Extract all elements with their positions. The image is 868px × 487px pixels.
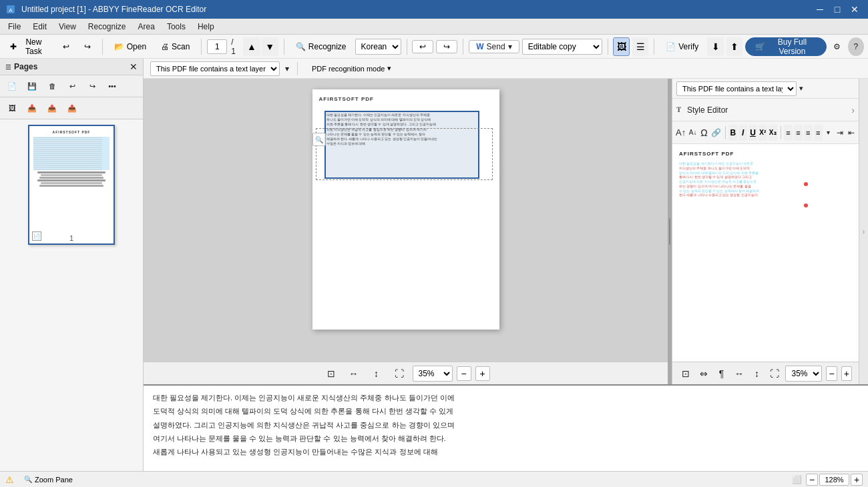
pages-close-button[interactable]: ✕ (130, 61, 138, 72)
right-zoom-select[interactable]: 35% (785, 366, 822, 382)
new-task-button[interactable]: ✚ New Task (4, 37, 54, 56)
image-toolbar-bottom: ⊡ ↔ ↕ ⛶ 35% − + (144, 362, 668, 384)
pdf-notification-select[interactable]: This PDF file contains a text layer (150, 61, 280, 76)
align-right-button[interactable]: ≡ (804, 125, 813, 141)
open-button[interactable]: 📂 Open (108, 37, 152, 56)
page-save-icon[interactable]: 💾 (23, 77, 41, 95)
right-notification-select[interactable]: This PDF file contains a text layer (676, 81, 797, 96)
right-fit-v-icon[interactable]: ↕ (750, 364, 764, 383)
right-zoom-in-button[interactable]: + (841, 366, 852, 381)
align-more-icon[interactable]: ▾ (824, 123, 834, 142)
statusbar-right: ⬜ − + (792, 474, 863, 486)
right-notif-bar: This PDF file contains a text layer ▾ (672, 79, 859, 99)
zoom-value-input[interactable] (819, 474, 849, 486)
zoom-out-button[interactable]: − (806, 474, 818, 486)
page-undo-icon[interactable]: ↩ (63, 77, 81, 95)
font-decrease-icon[interactable]: A↓ (688, 123, 698, 142)
omega-symbol[interactable]: Ω (699, 123, 709, 142)
menubar: File Edit View Recognize Area Tools Help (0, 19, 868, 35)
page-more-icon[interactable]: ••• (103, 77, 122, 95)
image-zoom-in-button[interactable]: + (475, 366, 490, 381)
window-controls[interactable]: ─ □ ✕ (812, 1, 863, 17)
zoom-in-button[interactable]: + (851, 474, 863, 486)
zoom-pane-button[interactable]: 🔍 Zoom Pane (18, 473, 79, 486)
gear-icon[interactable]: ⚙ (829, 37, 845, 56)
page-add-icon[interactable]: 📄 (3, 77, 21, 95)
page-number-label: 1 (29, 233, 114, 244)
page-import-icon[interactable]: 📥 (23, 99, 41, 117)
page-delete-icon[interactable]: 🗑 (43, 77, 61, 95)
menu-tools[interactable]: Tools (162, 21, 191, 33)
recognize-button[interactable]: 🔍 Recognize (290, 37, 353, 56)
indent-increase-icon[interactable]: ⇥ (835, 123, 845, 142)
page-export-icon[interactable]: 📤 (43, 99, 61, 117)
align-justify-button[interactable]: ≡ (814, 125, 823, 141)
image-view-button[interactable]: 🖼 (613, 37, 629, 56)
img-fit-height-icon[interactable]: ↔ (345, 364, 363, 383)
link-icon[interactable]: 🔗 (710, 123, 722, 142)
redo-button[interactable]: ↪ (78, 37, 97, 56)
page-thumbnail[interactable]: AFIRSTSOFT PDF 📄 1 (28, 125, 115, 245)
right-panel-expand[interactable]: › (859, 79, 868, 384)
subscript-button[interactable]: X₂ (769, 125, 777, 141)
format-sep (725, 126, 726, 139)
help-icon[interactable]: ? (848, 37, 864, 56)
right-pilcrow-icon[interactable]: ¶ (714, 364, 728, 383)
page-number-input[interactable] (207, 39, 227, 54)
minimize-button[interactable]: ─ (812, 1, 828, 17)
image-zoom-out-button[interactable]: − (457, 366, 471, 381)
image-zoom-select[interactable]: 35% (413, 366, 453, 382)
redo2-button[interactable]: ↪ (436, 40, 457, 53)
right-fit-height-icon[interactable]: ↔ (732, 364, 746, 383)
output-mode-selector[interactable]: Editable copy (522, 39, 602, 55)
export-button[interactable]: ⬆ (726, 37, 742, 56)
menu-help[interactable]: Help (192, 21, 220, 33)
buy-full-version-button[interactable]: 🛒 Buy Full Version (745, 37, 826, 56)
import-button[interactable]: ⬇ (707, 37, 723, 56)
prev-page-button[interactable]: ▲ (243, 37, 260, 56)
style-editor-label[interactable]: Style Editor (683, 104, 732, 116)
img-fit-icon[interactable]: ↕ (367, 364, 386, 383)
right-sync-icon[interactable]: ⇔ (697, 364, 711, 383)
language-selector[interactable]: Korean (355, 39, 401, 55)
verify-icon: 📄 (666, 42, 676, 51)
menu-area[interactable]: Area (133, 21, 160, 33)
bold-button[interactable]: B (728, 125, 737, 141)
italic-button[interactable]: I (738, 125, 747, 141)
cart-icon: 🛒 (755, 42, 765, 51)
menu-edit[interactable]: Edit (27, 21, 52, 33)
send-button[interactable]: W Send ▾ (469, 40, 519, 53)
img-fullscreen-icon[interactable]: ⛶ (390, 364, 409, 383)
recognize-icon: 🔍 (296, 42, 306, 51)
underline-button[interactable]: U (748, 125, 757, 141)
right-zoom-out-button[interactable]: − (826, 366, 837, 381)
right-fullscreen-icon[interactable]: ⛶ (768, 364, 782, 383)
font-increase-icon[interactable]: A↑ (675, 123, 686, 142)
undo-button[interactable]: ↩ (57, 37, 75, 56)
text-view-button[interactable]: ☰ (632, 37, 648, 56)
verify-button[interactable]: 📄 Verify (660, 37, 704, 56)
right-fit-width-icon[interactable]: ⊡ (679, 364, 693, 383)
menu-view[interactable]: View (53, 21, 81, 33)
close-button[interactable]: ✕ (847, 1, 863, 17)
page-zoom-icon[interactable]: 🖼 (3, 99, 21, 117)
pane-divider[interactable] (668, 79, 672, 384)
menu-recognize[interactable]: Recognize (83, 21, 132, 33)
img-fit-width-icon[interactable]: ⊡ (322, 364, 341, 383)
page-ocr-icon[interactable]: 📤 (63, 99, 81, 117)
scan-button[interactable]: 🖨 Scan (155, 37, 196, 56)
align-center-button[interactable]: ≡ (794, 125, 803, 141)
indent-decrease-icon[interactable]: ⇤ (846, 123, 856, 142)
pdf-recognition-mode-button[interactable]: PDF recognition mode ▾ (306, 59, 397, 78)
align-left-button[interactable]: ≡ (784, 125, 793, 141)
bottom-text-content: 대한 필요성을 제기한다. 이제는 인공지능이 새로운 지식생산의 주체중 하나… (153, 394, 455, 456)
svg-text:A: A (9, 7, 13, 13)
format-expand-icon[interactable]: › (851, 105, 855, 115)
undo2-button[interactable]: ↩ (412, 40, 433, 53)
page-redo-icon[interactable]: ↪ (83, 77, 101, 95)
next-page-button[interactable]: ▼ (262, 37, 278, 56)
superscript-button[interactable]: X² (758, 125, 767, 141)
maximize-button[interactable]: □ (829, 1, 845, 17)
center-area: This PDF file contains a text layer ▾ PD… (144, 59, 868, 471)
menu-file[interactable]: File (3, 21, 26, 33)
